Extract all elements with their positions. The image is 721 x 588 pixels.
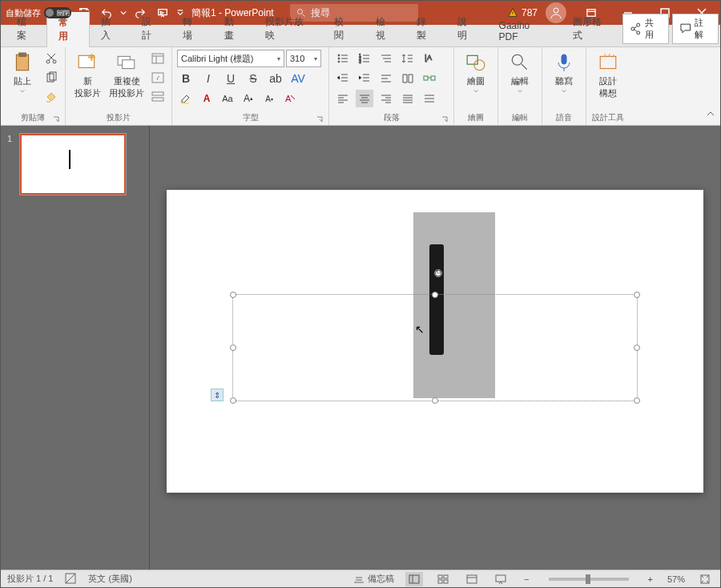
layout-button[interactable] [149,50,167,67]
numbering-button[interactable]: 123 [356,50,373,67]
align-left-button[interactable] [334,90,352,107]
resize-handle-e[interactable] [634,344,640,351]
align-center-button[interactable] [356,90,373,107]
drawing-button[interactable]: 繪圖 [459,50,493,112]
resize-handle-ne[interactable] [634,292,640,298]
tab-shapeformat[interactable]: 圖形格式 [562,11,622,46]
tab-design[interactable]: 設計 [131,11,171,46]
dec-indent-button[interactable] [334,70,352,87]
sorter-view-icon[interactable] [434,572,452,586]
autosave-switch-off[interactable]: 關閉 [44,7,71,18]
strike-button[interactable]: S [244,70,262,87]
distribute-button[interactable] [421,90,438,107]
font-color-button[interactable]: A [198,90,215,107]
reading-view-icon[interactable] [463,572,481,586]
tab-record[interactable]: 錄製 [405,11,446,46]
line-spacing-button[interactable] [399,50,417,67]
tab-insert[interactable]: 插入 [90,11,131,46]
editing-button[interactable]: 編輯 [503,50,537,112]
zoom-slider[interactable] [549,578,629,581]
notes-button[interactable]: 備忘稿 [352,573,394,586]
zoom-out-button[interactable]: − [521,574,532,584]
normal-view-icon[interactable] [405,572,423,586]
italic-button[interactable]: I [199,70,217,87]
share-button[interactable]: 共用 [622,14,669,44]
resize-handle-w[interactable] [230,344,236,351]
accessibility-icon[interactable] [64,572,77,586]
slideshow-view-icon[interactable] [492,572,510,586]
format-painter-button[interactable] [42,88,60,106]
tab-transitions[interactable]: 轉場 [171,11,212,46]
tab-animations[interactable]: 動畫 [213,11,254,46]
reuse-slides-button[interactable]: 重複使 用投影片 [107,50,146,112]
resize-handle-se[interactable] [634,397,640,404]
shadow-button[interactable]: ab [267,70,284,87]
svg-rect-13 [152,54,163,63]
thumbnail-1[interactable]: 1 [7,134,143,195]
reuse-slides-icon [115,51,138,74]
zoom-in-button[interactable]: + [645,574,656,584]
clear-format-button[interactable]: A [281,90,299,107]
resize-handle-sw[interactable] [230,397,236,404]
align-right-button[interactable] [377,90,395,107]
rotation-handle[interactable] [434,269,442,277]
font-size-combo[interactable]: 310▾ [286,50,321,67]
tab-review[interactable]: 校閱 [323,11,364,46]
underline-button[interactable]: U [222,70,240,87]
tab-slideshow[interactable]: 投影片放映 [254,11,323,46]
paste-button[interactable]: 貼上 [6,50,39,112]
collapse-ribbon-icon[interactable] [706,110,715,122]
slide-thumbnails-pane[interactable]: 1 [1,126,150,570]
section-button[interactable] [149,88,167,106]
selection-box[interactable] [232,294,638,401]
autofit-options-icon[interactable]: ⇕ [211,389,224,401]
inc-indent-button[interactable] [356,70,373,87]
text-direction-button[interactable]: I͎A [421,50,438,67]
svg-point-19 [338,54,340,56]
char-spacing-button[interactable]: AV [289,70,307,87]
font-name-combo[interactable]: Calibri Light (標題)▾ [177,50,284,67]
columns-button[interactable] [399,70,417,87]
grow-font-button[interactable]: A▴ [240,90,257,107]
bold-button[interactable]: B [177,70,195,87]
copy-button[interactable] [42,69,60,87]
clipboard-dialog-launcher-icon[interactable] [52,115,60,123]
list-level-button[interactable] [377,50,395,67]
design-ideas-button[interactable]: 設計 構想 [591,50,625,112]
zoom-percent[interactable]: 57% [667,574,685,584]
convert-smartart-button[interactable] [421,70,438,87]
svg-point-21 [338,61,340,62]
svg-rect-35 [438,575,442,578]
highlight-button[interactable] [177,90,195,107]
change-case-button[interactable]: Aa [219,90,236,107]
align-text-button[interactable] [377,70,395,87]
svg-text:A: A [285,94,292,103]
zoom-thumb[interactable] [586,574,590,584]
tab-view[interactable]: 檢視 [365,11,405,46]
slide-canvas-area[interactable]: ⇕ ↖ [150,126,720,570]
shrink-font-button[interactable]: A▾ [260,90,278,107]
resize-handle-n[interactable] [432,292,438,298]
ribbon-tabs: 檔案 常用 插入 設計 轉場 動畫 投影片放映 校閱 檢視 錄製 說明 Gaai… [1,25,720,47]
justify-button[interactable] [399,90,417,107]
svg-rect-28 [467,55,477,64]
fit-window-icon[interactable] [696,572,714,586]
language-indicator[interactable]: 英文 (美國) [88,573,131,585]
tab-file[interactable]: 檔案 [6,11,46,46]
resize-handle-s[interactable] [432,397,438,404]
bullets-button[interactable] [334,50,352,67]
resize-handle-nw[interactable] [230,292,236,298]
slide-counter[interactable]: 投影片 1 / 1 [7,573,53,585]
font-dialog-launcher-icon[interactable] [316,115,324,123]
reset-button[interactable] [149,69,167,87]
new-slide-button[interactable]: 新 投影片 [70,50,104,112]
dictate-button[interactable]: 聽寫 [547,50,581,112]
thumbnail-preview[interactable] [20,134,126,195]
cut-button[interactable] [42,50,60,67]
tab-gaaiho[interactable]: Gaaiho PDF [488,16,562,46]
paragraph-dialog-launcher-icon[interactable] [441,115,449,123]
comments-button[interactable]: 註解 [672,14,719,44]
slide[interactable]: ⇕ ↖ [167,190,703,493]
tab-help[interactable]: 說明 [446,11,487,46]
svg-rect-4 [16,54,28,70]
